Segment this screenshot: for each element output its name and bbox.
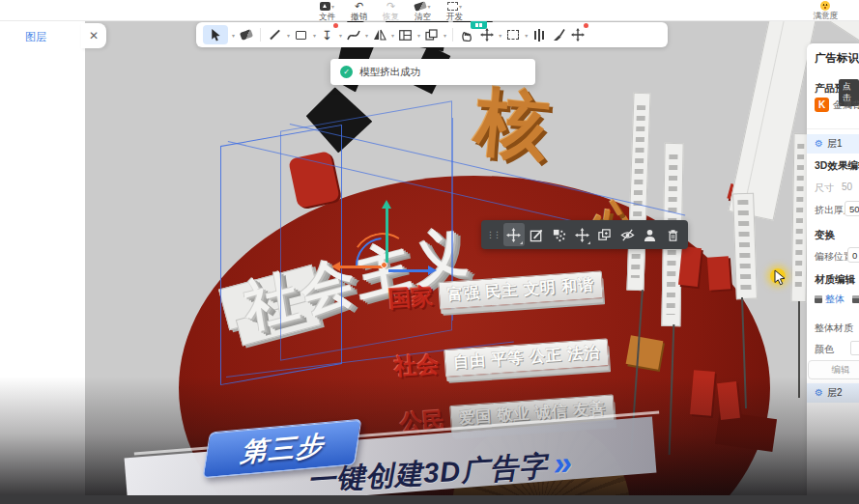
close-icon: ✕: [89, 29, 99, 42]
member-tool-button[interactable]: [640, 223, 661, 246]
row-tag: 国家: [387, 286, 433, 311]
duplicate-tool-button[interactable]: [594, 223, 616, 246]
success-check-icon: ✓: [340, 66, 353, 78]
toolbar-divider: [260, 28, 261, 42]
eraser-tool-button[interactable]: [238, 25, 254, 44]
tab-layers[interactable]: 图层: [25, 30, 46, 44]
undo-icon: ↶: [355, 1, 363, 12]
material-section-title: 材质编辑: [815, 273, 855, 287]
extrude-input[interactable]: 50: [845, 201, 859, 216]
mirror-icon: [373, 29, 387, 41]
properties-panel: 广告标识 产品预设 点击 K 金属背发 ⚙ 层1 3D效果编辑 尺寸 50 挤出…: [807, 43, 859, 504]
trash-icon: [666, 228, 680, 242]
marquee-tool-caret[interactable]: ▾: [525, 32, 528, 39]
size-label: 尺寸: [815, 182, 834, 195]
mirror-tool-caret[interactable]: ▾: [391, 32, 394, 39]
mouse-cursor-icon: [774, 269, 787, 286]
cube-icon: [852, 295, 859, 303]
main-toolbar: ▾ ▾ ▾ ↧▾ ▾ ▾ ▾ ▾ ▾ ▾: [196, 22, 668, 47]
gizmo-center-handle[interactable]: [381, 262, 387, 268]
orange-3d-char: 核: [472, 84, 552, 163]
satisfaction-button[interactable]: 满意度: [814, 0, 839, 20]
double-chevron-icon: »: [553, 444, 574, 482]
size-value: 50: [842, 182, 852, 192]
select-tool-caret[interactable]: ▾: [232, 32, 235, 39]
vertical-signboard: [732, 193, 758, 300]
drag-handle-icon[interactable]: ⋮⋮: [486, 230, 500, 239]
gizmo-axis-x[interactable]: [340, 266, 383, 268]
transform-tool-button[interactable]: [569, 25, 586, 44]
marquee-tool-button[interactable]: [504, 25, 521, 44]
notification-dot: [584, 23, 588, 28]
row-tag: 社会: [393, 353, 439, 378]
gizmo-axis-y[interactable]: [386, 209, 388, 263]
panel-title: 广告标识: [815, 51, 859, 66]
brush-tool-button[interactable]: [550, 25, 566, 44]
move-icon: [506, 228, 521, 242]
tab-whole[interactable]: 整体: [815, 293, 845, 306]
material-tabs: 整体 正: [815, 293, 859, 306]
red-3d-fragment: [707, 256, 730, 290]
layers-panel: 图层: [0, 21, 85, 504]
move-tool-button[interactable]: [503, 223, 525, 246]
clear-icon: [415, 1, 428, 11]
hide-tool-button[interactable]: [617, 223, 639, 246]
effect-section-title: 3D效果编辑: [815, 159, 859, 173]
dissolve-tool-button[interactable]: [549, 223, 570, 246]
translate-tool-button[interactable]: [572, 223, 593, 246]
snap-tool-button[interactable]: ↧: [319, 25, 335, 44]
rectangle-tool-button[interactable]: [293, 25, 309, 44]
redo-icon: ↷: [387, 1, 395, 12]
preset-logo-icon: K: [815, 98, 829, 112]
snap-tool-caret[interactable]: ▾: [339, 32, 342, 39]
top-menu-bar: ▾ 文件 ↶ 撤销 ↷ 恢复 ▾ 清空 ▾ 开发 满意度: [0, 0, 859, 21]
menu-undo[interactable]: ↶ 撤销: [351, 0, 367, 21]
menu-dev[interactable]: ▾ 开发: [446, 0, 463, 21]
tab-front[interactable]: 正: [852, 293, 859, 306]
layout-tool-button[interactable]: [397, 25, 414, 44]
gear-icon: ⚙: [815, 139, 823, 149]
offset-input[interactable]: 0: [847, 247, 859, 263]
rectangle-icon: [296, 31, 306, 40]
transform-section-title: 变换: [815, 229, 835, 242]
edit-material-button[interactable]: 编辑: [808, 360, 859, 379]
layout-tool-caret[interactable]: ▾: [417, 32, 420, 39]
duplicate-tool-caret[interactable]: ▾: [444, 32, 446, 39]
menu-clear[interactable]: ▾ 清空: [415, 0, 431, 21]
align-tool-button[interactable]: [530, 25, 547, 44]
line-tool-caret[interactable]: ▾: [287, 32, 290, 39]
chevron-down-icon: ▾: [459, 4, 462, 10]
eye-off-icon: [620, 228, 635, 242]
color-swatch[interactable]: [850, 341, 859, 355]
notification-dot: [333, 23, 338, 28]
curve-tool-button[interactable]: [345, 25, 361, 44]
layer2-row[interactable]: ⚙ 层2: [807, 383, 859, 403]
hand-tool-button[interactable]: [459, 25, 475, 44]
move-tool-button[interactable]: [478, 25, 495, 44]
align-icon: [534, 29, 544, 42]
gizmo-axis-z-arrowhead: [428, 266, 437, 275]
line-tool-button[interactable]: [267, 25, 283, 44]
divider: [807, 128, 859, 129]
layer1-row[interactable]: ⚙ 层1: [807, 134, 859, 154]
translate-icon: [575, 228, 589, 242]
edit-tool-button[interactable]: [527, 223, 548, 246]
gizmo-axis-z[interactable]: [388, 269, 429, 272]
mirror-tool-button[interactable]: [371, 25, 387, 44]
submenu-corner-mark: [520, 241, 523, 244]
red-3d-fragment: [690, 370, 715, 416]
menu-group: ▾ 文件 ↶ 撤销 ↷ 恢复 ▾ 清空 ▾ 开发: [319, 0, 463, 21]
rectangle-tool-caret[interactable]: ▾: [313, 32, 316, 39]
move-tool-caret[interactable]: ▾: [499, 32, 501, 39]
delete-tool-button[interactable]: [663, 223, 684, 246]
move-icon: [480, 28, 494, 42]
gear-icon: ⚙: [815, 388, 823, 398]
layers-panel-close-button[interactable]: ✕: [81, 23, 106, 48]
preset-item[interactable]: K 金属背发: [815, 98, 859, 112]
select-tool-button[interactable]: [203, 25, 228, 44]
duplicate-tool-button[interactable]: [423, 25, 440, 44]
smiley-icon: [820, 1, 830, 11]
preset-item-name: 金属背发: [833, 98, 859, 112]
menu-file[interactable]: ▾ 文件: [319, 0, 335, 21]
curve-tool-caret[interactable]: ▾: [365, 32, 368, 39]
